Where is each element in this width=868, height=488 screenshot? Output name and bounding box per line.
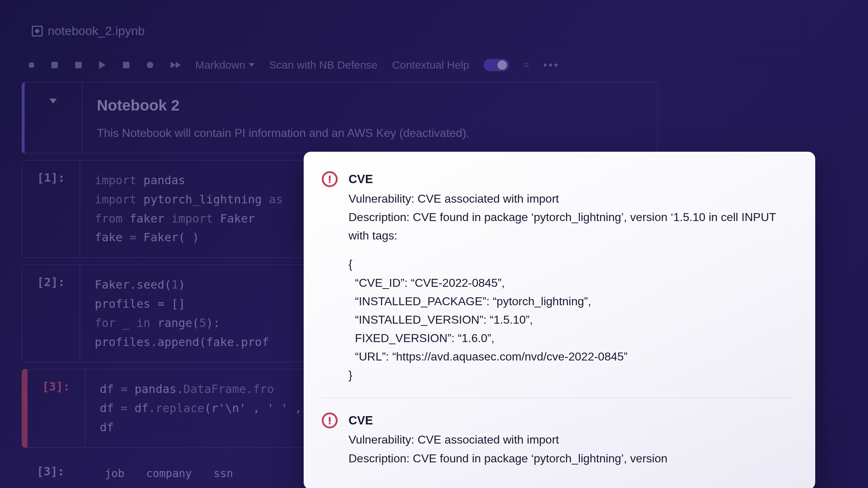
issue-vulnerability: Vulnerability: CVE associated with impor… bbox=[349, 431, 794, 449]
chevron-down-icon bbox=[249, 63, 255, 67]
alert-icon bbox=[322, 171, 338, 187]
issue-title: CVE bbox=[349, 411, 794, 430]
cell-type-label: Markdown bbox=[195, 59, 245, 71]
settings-icon[interactable]: ⌗ bbox=[523, 59, 529, 71]
cell-type-dropdown[interactable]: Markdown bbox=[195, 59, 255, 71]
tab-filename: notebook_2.ipynb bbox=[48, 24, 145, 38]
cell-prompt: [2]: bbox=[22, 265, 80, 362]
toolbar: Markdown Scan with NB Defense Contextual… bbox=[22, 55, 680, 82]
column-header: company bbox=[146, 465, 192, 483]
expand-icon[interactable] bbox=[50, 99, 57, 104]
run-icon[interactable] bbox=[99, 61, 106, 69]
cell-body: Notebook 2 This Notebook will contain PI… bbox=[82, 83, 484, 153]
markdown-cell[interactable]: Notebook 2 This Notebook will contain PI… bbox=[22, 82, 658, 154]
cell-prompt: [1]: bbox=[22, 161, 80, 257]
cell-body: df = pandas.DataFrame.fro df = df.replac… bbox=[85, 370, 337, 447]
more-menu-icon[interactable] bbox=[544, 64, 557, 66]
column-header: ssn bbox=[214, 465, 233, 483]
help-toggle[interactable] bbox=[484, 59, 509, 71]
alert-icon bbox=[322, 413, 338, 428]
notebook-icon bbox=[32, 26, 43, 36]
issue-code: { “CVE_ID”: “CVE-2022-0845”, “INSTALLED_… bbox=[349, 255, 794, 384]
stop-icon[interactable] bbox=[123, 62, 129, 68]
insert-cell-icon[interactable] bbox=[51, 62, 58, 68]
save-icon[interactable] bbox=[29, 62, 34, 68]
cut-cell-icon[interactable] bbox=[75, 62, 82, 68]
contextual-help[interactable]: Contextual Help bbox=[392, 59, 469, 71]
toolbar-icons bbox=[29, 61, 181, 69]
cell-body: Faker.seed(1) profiles = [] for _ in ran… bbox=[80, 265, 283, 362]
column-header: job bbox=[105, 465, 124, 483]
issue-title: CVE bbox=[349, 170, 794, 189]
scan-button[interactable]: Scan with NB Defense bbox=[269, 59, 377, 71]
issue-item: CVE Vulnerability: CVE associated with i… bbox=[322, 170, 794, 398]
output-body: job company ssn bbox=[80, 454, 248, 488]
issue-description: Description: CVE found in package ‘pytor… bbox=[349, 208, 794, 245]
issue-description: Description: CVE found in package ‘pytor… bbox=[349, 449, 794, 468]
issue-item: CVE Vulnerability: CVE associated with i… bbox=[322, 411, 794, 481]
cell-prompt bbox=[25, 83, 82, 153]
issue-vulnerability: Vulnerability: CVE associated with impor… bbox=[349, 190, 794, 208]
vulnerability-popup: CVE Vulnerability: CVE associated with i… bbox=[304, 152, 815, 488]
cell-prompt: [3]: bbox=[27, 370, 85, 447]
tab-bar: notebook_2.ipynb bbox=[22, 18, 680, 44]
markdown-title: Notebook 2 bbox=[97, 93, 469, 118]
restart-icon[interactable] bbox=[147, 62, 153, 68]
cell-prompt: [3]: bbox=[22, 454, 80, 488]
notebook-tab[interactable]: notebook_2.ipynb bbox=[22, 18, 155, 44]
cell-body: import pandas import pytorch_lightning a… bbox=[80, 161, 297, 257]
run-all-icon[interactable] bbox=[171, 62, 181, 68]
markdown-subtitle: This Notebook will contain PI informatio… bbox=[97, 124, 469, 143]
